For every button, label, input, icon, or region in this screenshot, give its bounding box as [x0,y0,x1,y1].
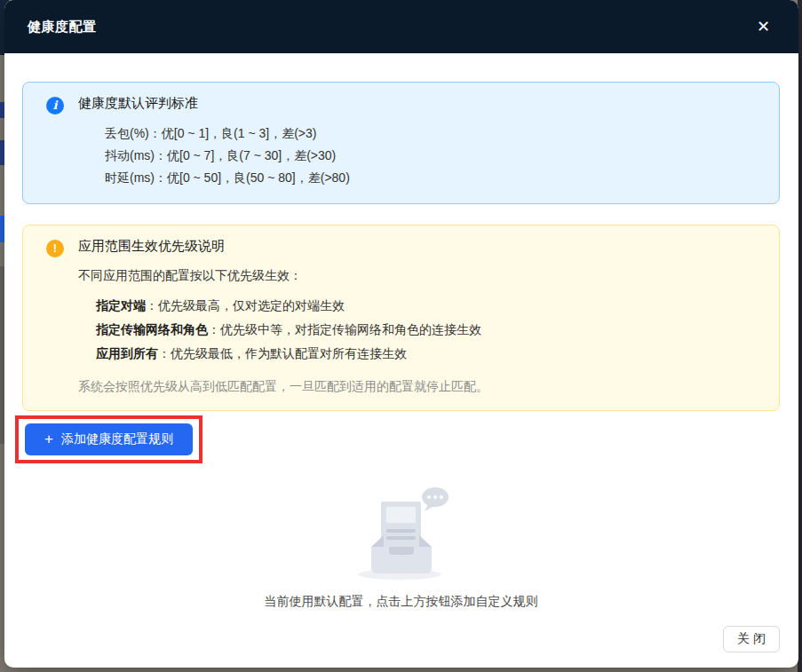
health-config-dialog: 健康度配置 ✕ i 健康度默认评判标准 丢包(%)：优[0 ~ 1]，良(1 ~… [4,0,798,668]
annotation-box: + 添加健康度配置规则 [15,415,202,463]
empty-state-message: 当前使用默认配置，点击上方按钮添加自定义规则 [22,594,780,610]
priority-intro: 不同应用范围的配置按以下优先级生效： [78,265,765,285]
standard-line-latency: 时延(ms)：优[0 ~ 50]，良(50 ~ 80]，差(>80) [78,167,765,189]
priority-rule-all: 应用到所有：优先级最低，作为默认配置对所有连接生效 [78,342,765,366]
close-button[interactable]: 关 闭 [723,626,780,652]
default-standards-alert: i 健康度默认评判标准 丢包(%)：优[0 ~ 1]，良(1 ~ 3]，差(>3… [22,82,780,204]
priority-rule-network-role: 指定传输网络和角色：优先级中等，对指定传输网络和角色的连接生效 [78,318,765,342]
priority-rule-network-role-term: 指定传输网络和角色 [96,322,208,336]
priority-rule-all-desc: ：优先级最低，作为默认配置对所有连接生效 [158,346,407,360]
standard-line-jitter: 抖动(ms)：优[0 ~ 7]，良(7 ~ 30]，差(>30) [78,145,765,167]
dialog-body: i 健康度默认评判标准 丢包(%)：优[0 ~ 1]，良(1 ~ 3]，差(>3… [4,53,798,668]
default-standards-content: 健康度默认评判标准 丢包(%)：优[0 ~ 1]，良(1 ~ 3]，差(>3) … [78,95,765,189]
plus-icon: + [44,431,53,447]
standard-line-packet-loss: 丢包(%)：优[0 ~ 1]，良(1 ~ 3]，差(>3) [78,123,765,145]
priority-rule-peer-term: 指定对端 [96,298,146,312]
priority-rule-all-term: 应用到所有 [96,346,158,360]
close-icon[interactable]: ✕ [751,15,775,38]
dialog-footer: 关 闭 [723,626,780,652]
priority-explain-alert: ! 应用范围生效优先级说明 不同应用范围的配置按以下优先级生效： 指定对端：优先… [22,225,780,411]
add-health-rule-button[interactable]: + 添加健康度配置规则 [25,423,193,455]
dialog-title: 健康度配置 [28,19,97,36]
priority-explain-title: 应用范围生效优先级说明 [78,238,765,255]
empty-state: 当前使用默认配置，点击上方按钮添加自定义规则 [22,486,780,610]
empty-inbox-illustration [348,486,455,582]
priority-note: 系统会按照优先级从高到低匹配配置，一旦匹配到适用的配置就停止匹配。 [78,376,765,396]
priority-rule-peer: 指定对端：优先级最高，仅对选定的对端生效 [78,294,765,318]
info-icon: i [46,97,64,115]
default-standards-title: 健康度默认评判标准 [78,95,765,112]
priority-explain-content: 应用范围生效优先级说明 不同应用范围的配置按以下优先级生效： 指定对端：优先级最… [78,238,765,396]
dialog-header: 健康度配置 ✕ [4,0,798,53]
warning-icon: ! [46,240,64,257]
priority-rule-peer-desc: ：优先级最高，仅对选定的对端生效 [146,298,345,312]
add-health-rule-label: 添加健康度配置规则 [61,431,173,447]
priority-rule-network-role-desc: ：优先级中等，对指定传输网络和角色的连接生效 [208,322,481,336]
